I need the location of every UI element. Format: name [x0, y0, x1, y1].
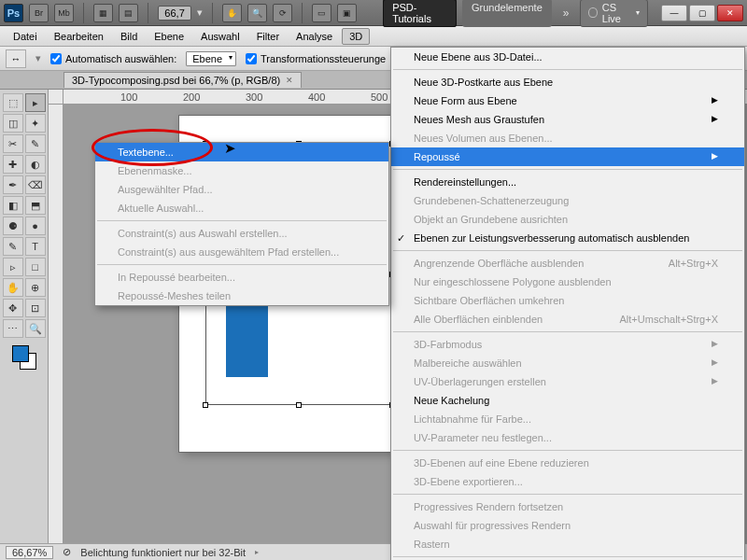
tool-button[interactable]: □: [25, 258, 46, 276]
menu-auswahl[interactable]: Auswahl: [193, 28, 247, 45]
tool-button[interactable]: ⌫: [25, 175, 46, 194]
menu-item[interactable]: Neue Kachelung: [391, 391, 744, 410]
menu-item: Ausgewählter Pfad...: [95, 180, 388, 199]
menu-item: In Repoussé bearbeiten...: [95, 268, 388, 287]
menu-item: Sichtbare Oberflächen umkehren: [391, 291, 744, 310]
menu-item[interactable]: Repoussé▶: [391, 147, 744, 166]
menu-datei[interactable]: Datei: [6, 28, 45, 45]
menu-item: 3D-Farbmodus▶: [391, 335, 744, 354]
menu-item: UV-Überlagerungen erstellen▶: [391, 372, 744, 391]
document-tab[interactable]: 3D-Typocomposing.psd bei 66,7% (p, RGB/8…: [63, 72, 302, 88]
tool-button[interactable]: ▸: [25, 93, 46, 112]
menu-item: Aktuelle Auswahl...: [95, 199, 388, 217]
zoom-tool-shortcut[interactable]: 🔍: [247, 4, 267, 22]
tool-button[interactable]: ⚈: [3, 217, 23, 235]
tool-button[interactable]: ⊡: [25, 299, 46, 317]
tool-button[interactable]: ✎: [3, 237, 23, 256]
menu-item: 3D-Ebene exportieren...: [391, 472, 744, 491]
zoom-field[interactable]: 66,7: [158, 6, 191, 21]
menu-item: UV-Parameter neu festlegen...: [391, 428, 744, 447]
menu-item[interactable]: Ebenen zur Leistungsverbesserung automat…: [391, 229, 744, 247]
tool-button[interactable]: ✥: [3, 299, 23, 317]
app-titlebar: Ps Br Mb ▦ ▤ 66,7▾ ✋ 🔍 ⟳ ▭ ▣ PSD-Tutoria…: [0, 0, 747, 26]
workspace-tab-inactive[interactable]: Grundelemente: [462, 0, 552, 27]
close-tab-icon[interactable]: ✕: [286, 76, 293, 85]
menu-item[interactable]: Textebene...: [95, 143, 388, 161]
workspace-tab-active[interactable]: PSD-Tutorials: [383, 0, 457, 27]
submenu-repousse: Textebene...Ebenenmaske...Ausgewählter P…: [94, 142, 389, 306]
minibridge-button[interactable]: Mb: [54, 4, 74, 22]
menu-item[interactable]: Neue Form aus Ebene▶: [391, 91, 744, 110]
menubar: DateiBearbeitenBildEbeneAuswahlFilterAna…: [0, 26, 747, 47]
menu-item: Angrenzende Oberfläche ausblendenAlt+Str…: [391, 254, 744, 273]
ps-logo: Ps: [4, 4, 23, 22]
move-tool-icon: ↔: [6, 49, 26, 68]
menu-item: Ebenenmaske...: [95, 161, 388, 180]
tool-button[interactable]: ◫: [3, 114, 23, 133]
menu-item[interactable]: Neue Ebene aus 3D-Datei...: [391, 48, 744, 66]
menu-3d[interactable]: 3D: [342, 28, 370, 45]
menu-item: Nur eingeschlossene Polygone ausblenden: [391, 273, 744, 291]
menu-item: Constraint(s) aus Auswahl erstellen...: [95, 224, 388, 243]
menu-3d: Neue Ebene aus 3D-Datei...Neue 3D-Postka…: [390, 47, 745, 560]
tool-button[interactable]: ▹: [3, 258, 23, 276]
status-message: Belichtung funktioniert nur bei 32-Bit: [80, 547, 246, 558]
tool-button[interactable]: ✎: [25, 134, 46, 153]
menu-analyse[interactable]: Analyse: [289, 28, 340, 45]
transform-controls-checkbox[interactable]: Transformationssteuerunge: [246, 53, 386, 64]
status-zoom[interactable]: 66,67%: [6, 546, 53, 559]
menu-ebene[interactable]: Ebene: [147, 28, 191, 45]
tool-button[interactable]: ⋯: [3, 319, 23, 338]
menu-bearbeiten[interactable]: Bearbeiten: [47, 28, 111, 45]
tool-button[interactable]: ✂: [3, 134, 23, 153]
menu-item: Progressives Rendern fortsetzen: [391, 497, 744, 516]
menu-item: Repoussé-Meshes teilen: [95, 287, 388, 305]
menu-item: Alle Oberflächen einblendenAlt+Umschalt+…: [391, 310, 744, 329]
cslive-button[interactable]: CS Live▾: [580, 0, 648, 27]
tool-button[interactable]: ⬒: [25, 196, 46, 215]
tool-button[interactable]: ◧: [3, 196, 23, 215]
rotate-view-shortcut[interactable]: ⟳: [273, 4, 292, 22]
ruler-vertical[interactable]: [49, 105, 63, 543]
menu-item: Neues Volumen aus Ebenen...: [391, 129, 744, 147]
screenmode-button[interactable]: ▣: [337, 4, 357, 22]
menu-item: Grundebenen-Schattenerzeugung: [391, 191, 744, 210]
menu-filter[interactable]: Filter: [249, 28, 287, 45]
maximize-button[interactable]: ▢: [689, 5, 715, 21]
hand-tool-shortcut[interactable]: ✋: [222, 4, 242, 22]
arrange-button[interactable]: ▭: [312, 4, 331, 22]
auto-select-target[interactable]: Ebene: [186, 51, 236, 66]
menu-item: Malbereiche auswählen▶: [391, 354, 744, 372]
tool-button[interactable]: 🔍: [25, 319, 46, 338]
auto-select-checkbox[interactable]: Automatisch auswählen:: [50, 53, 176, 64]
menu-item: Constraint(s) aus ausgewähltem Pfad erst…: [95, 243, 388, 261]
foreground-swatch[interactable]: [12, 345, 29, 362]
menu-item: Lichtabnahme für Farbe...: [391, 410, 744, 428]
close-button[interactable]: ✕: [717, 5, 743, 21]
menu-item: 3D-Ebenen auf eine Ebene reduzieren: [391, 454, 744, 472]
tool-panel: ⬚▸◫✦✂✎✚◐✒⌫◧⬒⚈●✎T▹□✋⊕✥⊡⋯🔍: [0, 90, 49, 543]
view-guides-button[interactable]: ▤: [119, 4, 138, 22]
menu-item[interactable]: Neue 3D-Postkarte aus Ebene: [391, 73, 744, 91]
workspace-overflow-icon[interactable]: »: [557, 7, 575, 20]
tool-button[interactable]: ✋: [3, 278, 23, 297]
menu-item: Auswahl für progressives Rendern: [391, 516, 744, 535]
tool-button[interactable]: ◐: [25, 155, 46, 174]
tool-button[interactable]: ✚: [3, 155, 23, 174]
tool-button[interactable]: ⊕: [25, 278, 46, 297]
view-extras-button[interactable]: ▦: [93, 4, 113, 22]
menu-item: Rastern: [391, 535, 744, 553]
menu-bild[interactable]: Bild: [113, 28, 145, 45]
menu-item[interactable]: Neues Mesh aus Graustufen▶: [391, 110, 744, 129]
minimize-button[interactable]: —: [661, 5, 687, 21]
tool-button[interactable]: ✒: [3, 175, 23, 194]
bridge-button[interactable]: Br: [29, 4, 49, 22]
tool-button[interactable]: ✦: [25, 114, 46, 133]
tool-button[interactable]: T: [25, 237, 46, 256]
menu-item[interactable]: Rendereinstellungen...: [391, 173, 744, 191]
tool-button[interactable]: ⬚: [3, 93, 23, 112]
menu-item: Objekt an Grundebene ausrichten: [391, 210, 744, 229]
tool-button[interactable]: ●: [25, 217, 46, 235]
ruler-origin[interactable]: [49, 90, 63, 105]
